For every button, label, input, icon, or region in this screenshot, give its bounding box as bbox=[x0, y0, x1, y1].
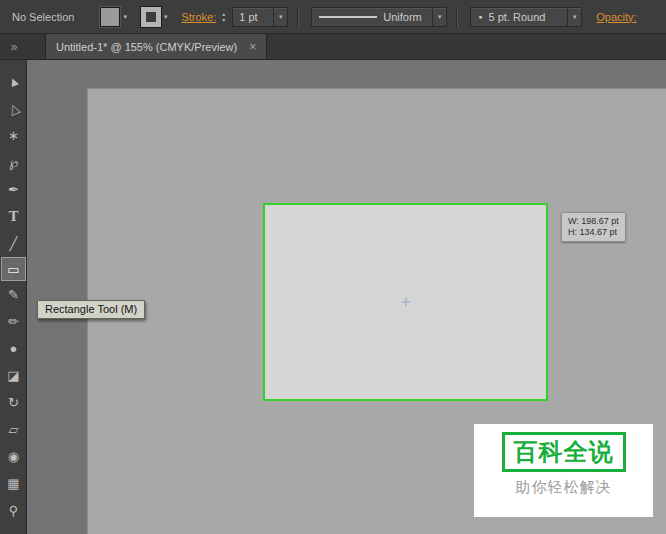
close-icon[interactable]: × bbox=[249, 40, 256, 54]
stepper-down-icon[interactable]: ▾ bbox=[222, 17, 225, 23]
rotate-tool[interactable]: ↻ bbox=[0, 389, 27, 416]
watermark-panel: 百科全说 助你轻松解决 bbox=[474, 424, 653, 517]
stroke-weight-select[interactable]: 1 pt ▾ bbox=[232, 7, 288, 27]
magic-wand-tool[interactable]: ∗ bbox=[0, 122, 27, 149]
drawn-rectangle[interactable] bbox=[263, 203, 548, 401]
width-profile-select[interactable]: Uniform ▾ bbox=[311, 7, 447, 27]
divider bbox=[297, 6, 298, 28]
pencil-icon: ✏ bbox=[8, 315, 19, 328]
paintbrush-tool[interactable]: ✎ bbox=[0, 281, 27, 308]
document-tab[interactable]: Untitled-1* @ 155% (CMYK/Preview) × bbox=[45, 34, 267, 59]
brush-definition-select[interactable]: ● 5 pt. Round ▾ bbox=[470, 7, 582, 27]
perspective-grid-icon: ▦ bbox=[7, 477, 19, 490]
eraser-tool[interactable]: ◪ bbox=[0, 362, 27, 389]
shape-builder-icon: ◉ bbox=[8, 450, 19, 463]
chevron-down-icon[interactable]: ▾ bbox=[432, 8, 446, 26]
direct-selection-arrow-icon: △ bbox=[6, 101, 20, 117]
chevron-down-icon[interactable]: ▾ bbox=[567, 8, 581, 26]
tools-panel: ▲ △ ∗ ℘ ✒ T ╱ ▭ ✎ ✏ ● ◪ ↻ ▱ ◉ ▦ ⚲ bbox=[0, 60, 27, 534]
opacity-panel-link[interactable]: Opacity: bbox=[596, 11, 636, 23]
pen-icon: ✒ bbox=[8, 183, 19, 196]
pen-tool[interactable]: ✒ bbox=[0, 176, 27, 203]
rectangle-tool[interactable]: ▭ bbox=[1, 257, 26, 281]
type-icon: T bbox=[9, 210, 19, 223]
lasso-icon: ℘ bbox=[9, 156, 18, 169]
fill-swatch-icon[interactable] bbox=[100, 7, 120, 27]
rotate-icon: ↻ bbox=[8, 396, 19, 409]
divider bbox=[456, 6, 457, 28]
selection-tool[interactable]: ▲ bbox=[0, 68, 27, 95]
width-profile-value: Uniform bbox=[377, 11, 428, 23]
type-tool[interactable]: T bbox=[0, 203, 27, 230]
pencil-tool[interactable]: ✏ bbox=[0, 308, 27, 335]
perspective-grid-tool[interactable]: ▦ bbox=[0, 470, 27, 497]
center-point-icon bbox=[401, 298, 410, 307]
lasso-tool[interactable]: ℘ bbox=[0, 149, 27, 176]
stroke-weight-value: 1 pt bbox=[233, 11, 263, 23]
stroke-color-control[interactable]: ▾ bbox=[141, 7, 168, 27]
chevron-down-icon[interactable]: ▾ bbox=[123, 13, 127, 21]
illustrator-window: No Selection ▾ ▾ Stroke: ▴ ▾ 1 pt ▾ Unif… bbox=[0, 0, 666, 534]
chevron-down-icon[interactable]: ▾ bbox=[164, 13, 168, 21]
measurement-tooltip: W: 198.67 pt H: 134.67 pt bbox=[561, 212, 626, 242]
direct-selection-tool[interactable]: △ bbox=[0, 95, 27, 122]
document-tab-bar: » Untitled-1* @ 155% (CMYK/Preview) × bbox=[0, 34, 666, 60]
stroke-weight-stepper[interactable]: ▴ ▾ bbox=[222, 11, 225, 23]
stroke-swatch-icon[interactable] bbox=[141, 7, 161, 27]
zoom-icon: ⚲ bbox=[9, 504, 19, 517]
document-tab-title: Untitled-1* @ 155% (CMYK/Preview) bbox=[56, 41, 237, 53]
selection-status: No Selection bbox=[12, 11, 74, 23]
measurement-width: W: 198.67 pt bbox=[568, 216, 619, 227]
paintbrush-icon: ✎ bbox=[8, 288, 19, 301]
line-segment-tool[interactable]: ╱ bbox=[0, 230, 27, 257]
watermark-subtitle: 助你轻松解决 bbox=[516, 478, 612, 497]
shape-builder-tool[interactable]: ◉ bbox=[0, 443, 27, 470]
measurement-height: H: 134.67 pt bbox=[568, 227, 619, 238]
zoom-tool[interactable]: ⚲ bbox=[0, 497, 27, 524]
blob-brush-tool[interactable]: ● bbox=[0, 335, 27, 362]
free-transform-tool[interactable]: ▱ bbox=[0, 416, 27, 443]
rectangle-tool-tooltip: Rectangle Tool (M) bbox=[37, 300, 145, 319]
selection-arrow-icon: ▲ bbox=[5, 73, 22, 90]
control-bar: No Selection ▾ ▾ Stroke: ▴ ▾ 1 pt ▾ Unif… bbox=[0, 0, 666, 34]
expand-panels-chevron-icon[interactable]: » bbox=[0, 34, 28, 59]
free-transform-icon: ▱ bbox=[9, 423, 19, 436]
line-segment-icon: ╱ bbox=[10, 237, 18, 250]
eraser-icon: ◪ bbox=[7, 369, 19, 382]
fill-color-control[interactable]: ▾ bbox=[100, 7, 127, 27]
magic-wand-icon: ∗ bbox=[8, 129, 19, 142]
blob-brush-icon: ● bbox=[10, 342, 18, 355]
brush-definition-value: 5 pt. Round bbox=[483, 11, 552, 23]
rectangle-icon: ▭ bbox=[7, 263, 19, 276]
chevron-down-icon[interactable]: ▾ bbox=[273, 8, 287, 26]
uniform-profile-icon bbox=[319, 16, 377, 18]
watermark-title: 百科全说 bbox=[502, 432, 626, 472]
stroke-panel-link[interactable]: Stroke: bbox=[181, 11, 216, 23]
